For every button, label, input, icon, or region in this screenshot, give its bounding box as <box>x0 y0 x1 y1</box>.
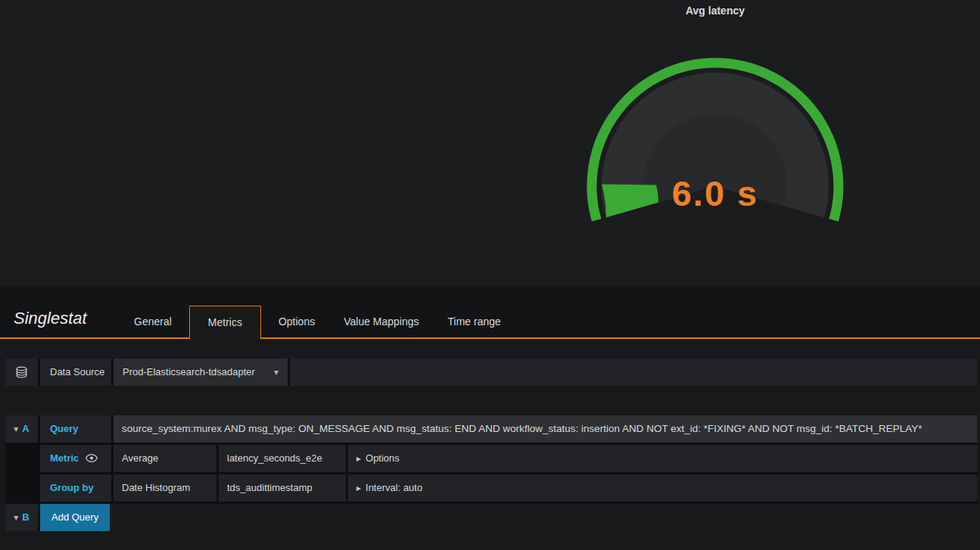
tab-value-mappings[interactable]: Value Mappings <box>332 306 430 337</box>
groupby-row: Group by Date Histogram tds_audittimesta… <box>40 474 977 502</box>
gauge: 6.0 s <box>564 44 866 286</box>
datasource-selected-value: Prod-Elasticsearch-tdsadapter <box>123 359 255 386</box>
query-letter: B <box>22 504 29 531</box>
tab-general[interactable]: General <box>123 306 183 337</box>
metrics-tab-content: Data Source Prod-Elasticsearch-tdsadapte… <box>0 340 980 550</box>
metric-options-toggle[interactable]: Options <box>348 445 977 472</box>
eye-icon[interactable] <box>86 454 98 462</box>
gauge-value: 6.0 s <box>672 173 759 213</box>
datasource-block: Data Source Prod-Elasticsearch-tdsadapte… <box>5 359 977 386</box>
metric-label-cell: Metric <box>40 445 111 472</box>
tab-options[interactable]: Options <box>267 306 326 337</box>
groupby-field-select[interactable]: tds_audittimestamp <box>219 474 346 502</box>
query-row: A Query source_system:murex AND msg_type… <box>5 415 977 443</box>
tab-metrics[interactable]: Metrics <box>189 306 261 339</box>
query-a-block: A Query source_system:murex AND msg_type… <box>5 415 977 504</box>
metric-options-label: Options <box>366 452 400 464</box>
groupby-label: Group by <box>40 474 111 502</box>
datasource-select[interactable]: Prod-Elasticsearch-tdsadapter <box>114 359 288 386</box>
gauge-value-wedge <box>602 184 658 217</box>
singlestat-panel: Avg latency 6.0 s <box>0 0 980 286</box>
datasource-row: Data Source Prod-Elasticsearch-tdsadapte… <box>5 359 977 386</box>
chevron-right-icon <box>356 482 366 493</box>
metric-agg-select[interactable]: Average <box>114 445 216 472</box>
grafana-panel-editor: Avg latency 6.0 s Singlestat General Met… <box>0 0 980 550</box>
panel-type-title: Singlestat <box>0 309 123 337</box>
gauge-svg: 6.0 s <box>564 44 866 286</box>
chevron-down-icon <box>274 359 278 386</box>
query-label: Query <box>40 415 111 443</box>
add-query-button[interactable]: Add Query <box>40 504 110 531</box>
datasource-label: Data Source <box>40 359 111 386</box>
chevron-right-icon <box>356 452 366 464</box>
groupby-agg-select[interactable]: Date Histogram <box>114 474 216 502</box>
datasource-row-filler <box>290 359 977 386</box>
database-icon <box>15 366 28 379</box>
query-letter: A <box>22 415 29 443</box>
datasource-icon-cell <box>5 359 38 386</box>
groupby-interval-label: Interval: auto <box>366 482 422 493</box>
chevron-down-icon <box>14 415 18 443</box>
query-input[interactable]: source_system:murex AND msg_type: ON_MES… <box>114 415 977 443</box>
tab-time-range[interactable]: Time range <box>437 306 512 337</box>
query-b-collapse[interactable]: B <box>5 504 38 531</box>
panel-title[interactable]: Avg latency <box>564 5 866 17</box>
groupby-interval-toggle[interactable]: Interval: auto <box>348 474 977 502</box>
editor-tabs: General Metrics Options Value Mappings T… <box>123 304 518 337</box>
metric-row: Metric Average latency_seconds_e2e Optio… <box>40 445 977 472</box>
chevron-down-icon <box>14 504 18 531</box>
editor-tabs-bar: Singlestat General Metrics Options Value… <box>0 286 980 339</box>
metric-field-select[interactable]: latency_seconds_e2e <box>219 445 346 472</box>
query-b-block: B Add Query <box>5 504 110 531</box>
metric-label: Metric <box>50 452 79 464</box>
query-a-collapse[interactable]: A <box>5 415 38 443</box>
